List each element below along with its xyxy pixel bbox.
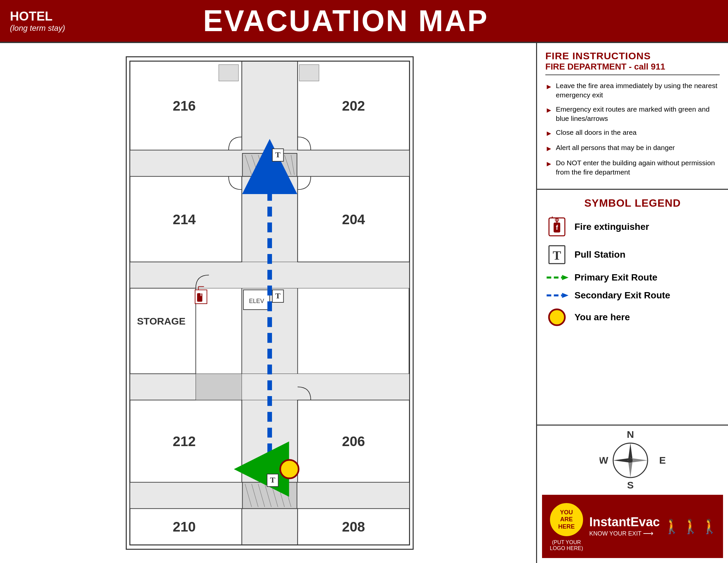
compass-south: S bbox=[627, 480, 633, 490]
fi-arrow-icon-3: ► bbox=[545, 128, 553, 138]
sl-item-you-here: You are here bbox=[545, 308, 720, 327]
fi-text-2: Emergency exit routes are marked with gr… bbox=[556, 105, 720, 123]
sl-icon-pull-station: T bbox=[545, 244, 569, 265]
sl-item-secondary-exit: Secondary Exit Route bbox=[545, 290, 720, 301]
svg-text:212: 212 bbox=[173, 434, 196, 449]
floor-plan-container: 216 202 214 204 STORAGE ELEV bbox=[126, 56, 414, 550]
right-panel: FIRE INSTRUCTIONS FIRE DEPARTMENT - call… bbox=[536, 43, 728, 563]
hotel-subtitle: (long term stay) bbox=[10, 23, 76, 33]
sl-icon-extinguisher: f bbox=[545, 216, 569, 237]
walking-person-1: 🚶 bbox=[663, 518, 680, 535]
fire-instructions-panel: FIRE INSTRUCTIONS FIRE DEPARTMENT - call… bbox=[537, 43, 728, 190]
svg-text:210: 210 bbox=[173, 519, 196, 535]
svg-marker-72 bbox=[562, 293, 569, 299]
fi-arrow-icon-5: ► bbox=[545, 159, 553, 169]
sl-label-extinguisher: Fire extinguisher bbox=[574, 221, 649, 232]
svg-text:T: T bbox=[553, 248, 561, 262]
svg-text:T: T bbox=[270, 476, 275, 484]
svg-rect-28 bbox=[243, 153, 297, 176]
fi-title: FIRE INSTRUCTIONS bbox=[545, 50, 720, 62]
page-title: EVACUATION MAP bbox=[89, 4, 602, 38]
compass: N S E W bbox=[600, 431, 666, 492]
hotel-label: HOTEL (long term stay) bbox=[10, 9, 76, 33]
hotel-name: HOTEL bbox=[10, 9, 76, 23]
compass-north: N bbox=[627, 431, 634, 440]
fi-arrow-icon-2: ► bbox=[545, 105, 553, 115]
badge-line2: ARE bbox=[560, 516, 573, 523]
main-content: 216 202 214 204 STORAGE ELEV bbox=[0, 43, 728, 563]
you-are-here-badge: YOU ARE HERE bbox=[548, 501, 585, 538]
svg-text:216: 216 bbox=[173, 98, 196, 114]
svg-point-47 bbox=[280, 460, 299, 479]
sl-label-primary-exit: Primary Exit Route bbox=[574, 272, 658, 283]
compass-svg: N S E W bbox=[600, 431, 666, 490]
fi-text-3: Close all doors in the area bbox=[556, 128, 637, 137]
fi-item-3: ► Close all doors in the area bbox=[545, 128, 720, 138]
tagline: KNOW YOUR EXIT ⟶ bbox=[589, 529, 660, 538]
company-name: InstantEvac bbox=[589, 515, 660, 529]
secondary-route-icon bbox=[545, 291, 569, 301]
compass-brand-area: N S E W bbox=[537, 426, 728, 563]
sl-icon-primary-exit bbox=[545, 272, 569, 283]
svg-text:206: 206 bbox=[342, 434, 365, 449]
svg-marker-70 bbox=[562, 275, 569, 280]
arrow-icon: ⟶ bbox=[643, 529, 654, 538]
instant-evac-brand: InstantEvac KNOW YOUR EXIT ⟶ bbox=[589, 515, 660, 538]
sl-icon-you-here bbox=[545, 308, 569, 327]
walking-person-3: 🚶 bbox=[701, 518, 718, 535]
fi-text-4: Alert all persons that may be in danger bbox=[556, 143, 675, 152]
fire-extinguisher-icon: f bbox=[548, 216, 566, 237]
svg-text:208: 208 bbox=[342, 519, 365, 535]
fi-text-1: Leave the fire area immediately by using… bbox=[556, 81, 720, 100]
badge-line3: HERE bbox=[558, 523, 575, 531]
sl-title: SYMBOL LEGEND bbox=[545, 197, 720, 209]
svg-text:T: T bbox=[275, 150, 281, 159]
svg-rect-59 bbox=[196, 374, 242, 400]
svg-point-79 bbox=[628, 458, 633, 463]
sl-label-pull-station: Pull Station bbox=[574, 249, 625, 260]
tagline-text: KNOW YOUR EXIT bbox=[589, 530, 642, 537]
walking-person-2: 🚶 bbox=[682, 518, 699, 535]
svg-text:f: f bbox=[556, 224, 558, 231]
sl-icon-secondary-exit bbox=[545, 291, 569, 301]
primary-route-icon bbox=[545, 272, 569, 283]
svg-text:214: 214 bbox=[173, 211, 196, 227]
you-are-here-icon bbox=[548, 308, 566, 327]
svg-point-73 bbox=[549, 309, 565, 325]
svg-text:T: T bbox=[275, 292, 281, 300]
fi-arrow-icon-4: ► bbox=[545, 144, 553, 154]
symbol-legend-panel: SYMBOL LEGEND f Fir bbox=[537, 190, 728, 426]
fi-item-4: ► Alert all persons that may be in dange… bbox=[545, 143, 720, 154]
svg-text:202: 202 bbox=[342, 98, 365, 114]
svg-rect-26 bbox=[219, 65, 239, 81]
fi-text-5: Do NOT enter the building again without … bbox=[556, 158, 720, 177]
svg-text:ELEV: ELEV bbox=[249, 298, 264, 305]
svg-rect-27 bbox=[299, 65, 319, 81]
sl-label-secondary-exit: Secondary Exit Route bbox=[574, 290, 670, 301]
walking-figures: 🚶 🚶 🚶 bbox=[663, 518, 718, 535]
fi-item-2: ► Emergency exit routes are marked with … bbox=[545, 105, 720, 123]
svg-text:204: 204 bbox=[342, 211, 365, 227]
sl-item-pull-station: T Pull Station bbox=[545, 244, 720, 265]
logo-placeholder: (PUT YOUR LOGO HERE) bbox=[547, 540, 586, 551]
fi-subtitle: FIRE DEPARTMENT - call 911 bbox=[545, 62, 720, 75]
floor-plan-svg: 216 202 214 204 STORAGE ELEV bbox=[127, 57, 413, 549]
svg-text:f: f bbox=[200, 291, 202, 298]
page: HOTEL (long term stay) EVACUATION MAP bbox=[0, 0, 728, 563]
sl-label-you-here: You are here bbox=[574, 312, 630, 323]
sl-item-extinguisher: f Fire extinguisher bbox=[545, 216, 720, 237]
fi-arrow-icon-1: ► bbox=[545, 82, 553, 92]
fi-item-5: ► Do NOT enter the building again withou… bbox=[545, 158, 720, 177]
header: HOTEL (long term stay) EVACUATION MAP bbox=[0, 0, 728, 43]
compass-west: W bbox=[600, 455, 609, 466]
pull-station-icon: T bbox=[548, 244, 566, 265]
map-area: 216 202 214 204 STORAGE ELEV bbox=[0, 43, 536, 563]
compass-east: E bbox=[659, 455, 665, 466]
svg-text:STORAGE: STORAGE bbox=[137, 316, 186, 327]
fi-item-1: ► Leave the fire area immediately by usi… bbox=[545, 81, 720, 100]
badge-line1: YOU bbox=[560, 509, 573, 516]
sl-item-primary-exit: Primary Exit Route bbox=[545, 272, 720, 283]
brand-bar: YOU ARE HERE (PUT YOUR LOGO HERE) Instan… bbox=[542, 495, 723, 558]
svg-rect-14 bbox=[130, 288, 196, 374]
